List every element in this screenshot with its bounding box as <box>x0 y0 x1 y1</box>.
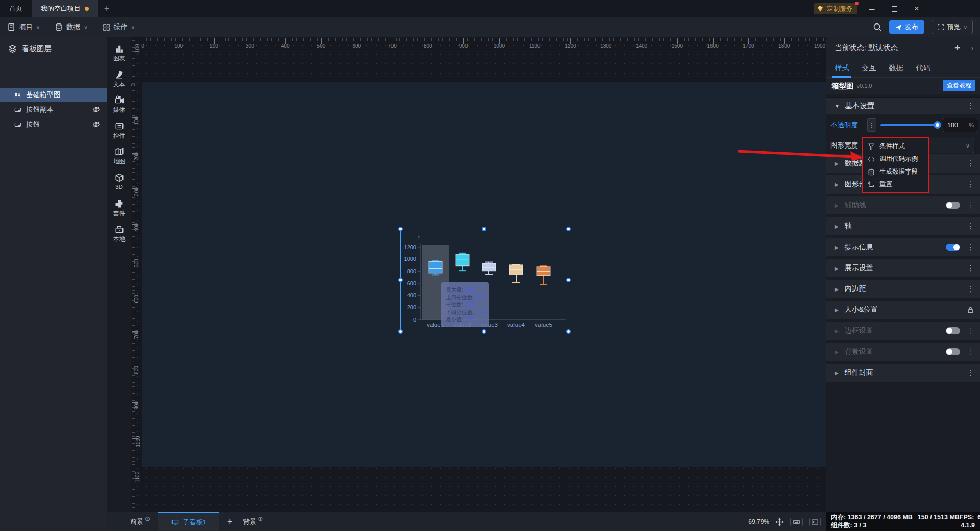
selection-handle[interactable] <box>566 227 571 231</box>
restore-button[interactable] <box>886 0 903 17</box>
ruler-number: 1800 <box>778 43 790 49</box>
basic-settings-header[interactable]: ▼ 基本设置 ⋮ <box>826 97 980 114</box>
custom-service-badge[interactable]: 定制服务 <box>814 3 857 14</box>
layer-item[interactable]: 基础箱型图 <box>0 88 107 102</box>
tooltip-value: 770 <box>476 309 485 315</box>
project-tab[interactable]: 我的空白项目 <box>32 0 98 17</box>
section-大小&位置[interactable]: ▶大小&位置 <box>826 301 980 319</box>
section-提示信息[interactable]: ▶提示信息⋮ <box>826 238 980 256</box>
menu-item-重置[interactable]: 重置 <box>863 178 928 191</box>
minimize-button[interactable]: ─ <box>863 0 880 17</box>
add-project-tab-button[interactable]: + <box>98 0 115 17</box>
settings-tab-样式[interactable]: 样式 <box>835 59 849 78</box>
menu-item-调用代码示例[interactable]: 调用代码示例 <box>863 153 928 165</box>
rail-item-套件[interactable]: 套件 <box>107 199 131 218</box>
section-展示设置[interactable]: ▶展示设置⋮ <box>826 259 980 277</box>
opacity-unit: % <box>969 122 974 128</box>
tooltip-line: 中位数:850 <box>446 301 484 308</box>
boxplot-component-selection[interactable]: 020040060080010001200↑value1value2value3… <box>400 229 568 331</box>
selection-handle[interactable] <box>566 278 571 282</box>
kebab-menu-icon[interactable]: ⋮ <box>967 326 974 335</box>
kebab-menu-icon[interactable]: ⋮ <box>967 222 974 231</box>
rail-item-图表[interactable]: 图表 <box>107 44 131 62</box>
rail-item-3D[interactable]: 3D <box>107 173 131 190</box>
kebab-menu-icon[interactable]: ⋮ <box>967 368 974 377</box>
settings-tab-数据[interactable]: 数据 <box>889 59 903 78</box>
section-toggle[interactable] <box>946 244 960 251</box>
preview-button[interactable]: 预览 ∨ <box>932 20 973 34</box>
rail-item-媒体[interactable]: 媒体 <box>107 95 131 114</box>
toolbar-menu-数据[interactable]: 数据∨ <box>47 17 95 37</box>
kebab-menu-icon[interactable]: ⋮ <box>967 101 974 110</box>
kebab-menu-icon[interactable]: ⋮ <box>967 243 974 252</box>
kebab-menu-icon[interactable]: ⋮ <box>967 284 974 294</box>
chevron-right-icon[interactable]: › <box>971 43 973 52</box>
kebab-menu-icon[interactable]: ⋮ <box>967 347 974 356</box>
section-内边距[interactable]: ▶内边距⋮ <box>826 280 980 298</box>
toolbar-menu-项目[interactable]: 项目∨ <box>0 17 47 37</box>
tutorial-button[interactable]: 查看教程 <box>943 80 975 91</box>
rail-item-地图[interactable]: 地图 <box>107 147 131 165</box>
publish-button[interactable]: 发布 <box>889 20 924 34</box>
zoom-percentage[interactable]: 69.79% <box>748 518 769 525</box>
close-button[interactable]: × <box>908 0 925 17</box>
add-state-button[interactable]: + <box>954 42 960 54</box>
section-label: 辅助线 <box>845 201 866 210</box>
fit-screen-icon[interactable] <box>775 518 784 526</box>
settings-tab-交互[interactable]: 交互 <box>862 59 876 78</box>
selection-handle[interactable] <box>566 329 571 334</box>
selection-handle[interactable] <box>398 227 403 231</box>
horizontal-ruler: 0100200300400500600700800900100011001200… <box>131 37 826 49</box>
section-轴[interactable]: ▶轴⋮ <box>826 217 980 235</box>
project-tab[interactable]: 首页 <box>0 0 32 17</box>
ruler-number: 800 <box>424 43 432 49</box>
opacity-kebab-button[interactable]: ⋮ <box>867 118 876 132</box>
selection-handle[interactable] <box>398 329 403 334</box>
add-board-button[interactable]: + <box>219 517 240 527</box>
settings-tab-代码[interactable]: 代码 <box>916 59 930 78</box>
kebab-menu-icon[interactable]: ⋮ <box>967 263 974 273</box>
section-辅助线[interactable]: ▶辅助线⋮ <box>826 196 980 214</box>
section-背景设置[interactable]: ▶背景设置⋮ <box>826 343 980 361</box>
section-toggle[interactable] <box>946 327 960 334</box>
opacity-slider-knob[interactable] <box>934 121 941 129</box>
menu-item-生成数据字段[interactable]: 生成数据字段 <box>863 165 928 178</box>
svg-text:1200: 1200 <box>404 244 416 250</box>
keyboard-shortcuts-icon[interactable] <box>790 518 803 526</box>
ruler-number: 600 <box>352 43 361 49</box>
circle-plus-icon[interactable]: ⊕ <box>258 515 263 522</box>
search-icon[interactable] <box>873 22 882 32</box>
menu-item-条件样式[interactable]: 条件样式 <box>863 140 928 153</box>
rail-item-控件[interactable]: 控件 <box>107 122 131 140</box>
kebab-menu-icon[interactable]: ⋮ <box>967 180 974 189</box>
terminal-icon[interactable] <box>809 518 821 526</box>
selection-handle[interactable] <box>398 278 403 282</box>
tooltip-line: 最大值:980 <box>446 286 484 294</box>
section-边框设置[interactable]: ▶边框设置⋮ <box>826 322 980 340</box>
opacity-input[interactable]: 100 % <box>943 118 978 132</box>
ruler-number: 500 <box>134 259 139 268</box>
kebab-menu-icon[interactable]: ⋮ <box>967 201 974 210</box>
ruler-number: 1300 <box>600 43 611 49</box>
database-icon <box>55 23 63 31</box>
foreground-label[interactable]: 前景 ⊕ <box>130 517 150 526</box>
subboard-tab[interactable]: 子看板1 <box>158 512 219 531</box>
background-label[interactable]: 背景 ⊕ <box>243 517 263 526</box>
kebab-menu-icon[interactable]: ⋮ <box>967 159 974 168</box>
selection-handle[interactable] <box>482 227 486 231</box>
eye-off-icon[interactable] <box>92 106 100 113</box>
eye-off-icon[interactable] <box>92 120 100 128</box>
rail-item-文本[interactable]: 文本 <box>107 70 131 88</box>
layer-item[interactable]: 按钮 <box>0 117 107 132</box>
section-组件封面[interactable]: ▶组件封面⋮ <box>826 364 980 382</box>
ruler-number: 1900 <box>814 43 825 49</box>
section-toggle[interactable] <box>946 202 960 209</box>
circle-plus-icon[interactable]: ⊕ <box>145 515 150 522</box>
layer-item[interactable]: 按钮副本 <box>0 103 107 117</box>
rail-item-本地[interactable]: 本地 <box>107 225 131 243</box>
toolbar-menu-操作[interactable]: 操作∨ <box>95 17 142 37</box>
opacity-slider[interactable] <box>880 124 938 126</box>
selection-handle[interactable] <box>482 329 486 334</box>
section-toggle[interactable] <box>946 348 960 355</box>
section-label: 轴 <box>845 222 852 231</box>
